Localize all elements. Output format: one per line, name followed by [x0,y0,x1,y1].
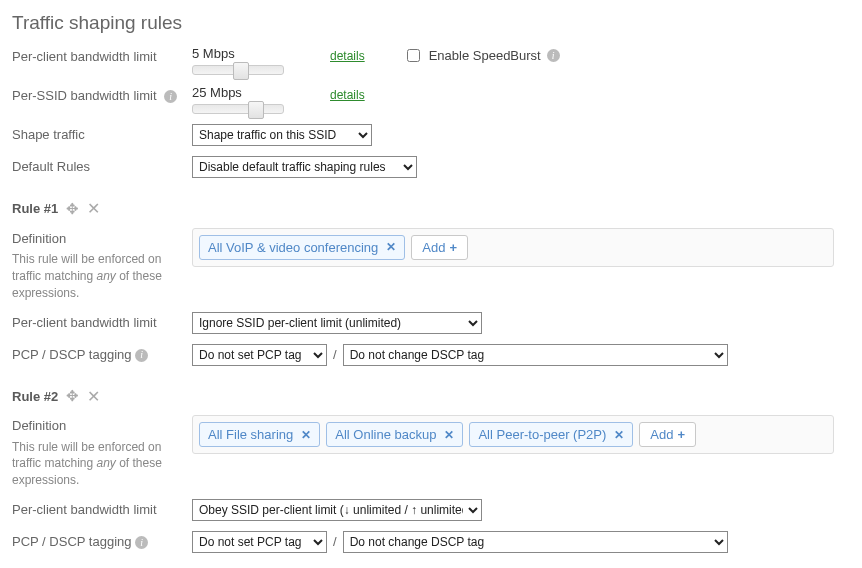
add-definition-button[interactable]: Add+ [639,422,696,447]
page-title: Traffic shaping rules [12,12,862,34]
info-icon[interactable]: i [135,349,148,362]
definition-label: Definition [12,418,66,433]
rule-per-client-limit-label: Per-client bandwidth limit [12,315,157,330]
info-icon[interactable]: i [547,49,560,62]
per-client-bandwidth-label: Per-client bandwidth limit [12,49,157,64]
per-client-details-link[interactable]: details [330,49,365,63]
tag-label: All Peer-to-peer (P2P) [478,427,606,442]
pcp-dscp-label: PCP / DSCP tagging [12,534,131,549]
per-ssid-slider-thumb[interactable] [248,101,264,119]
tag-label: All File sharing [208,427,293,442]
definition-tag: All Peer-to-peer (P2P)✕ [469,422,633,447]
speedburst-label: Enable SpeedBurst [429,48,541,63]
pcp-select[interactable]: Do not set PCP tag [192,344,327,366]
per-client-slider-thumb[interactable] [233,62,249,80]
remove-tag-icon[interactable]: ✕ [301,428,311,442]
dscp-select[interactable]: Do not change DSCP tag [343,531,728,553]
rule-title: Rule #1 [12,200,58,218]
definition-help: This rule will be enforced on traffic ma… [12,251,192,301]
tag-label: All Online backup [335,427,436,442]
remove-tag-icon[interactable]: ✕ [614,428,624,442]
add-label: Add [650,427,673,442]
plus-icon: + [677,427,685,442]
separator: / [333,347,337,362]
default-rules-select[interactable]: Disable default traffic shaping rules [192,156,417,178]
definition-tags: All File sharing✕All Online backup✕All P… [192,415,834,454]
per-client-slider[interactable] [192,65,284,75]
rule-per-client-limit-select[interactable]: Ignore SSID per-client limit (unlimited) [192,312,482,334]
remove-tag-icon[interactable]: ✕ [444,428,454,442]
definition-help: This rule will be enforced on traffic ma… [12,439,192,489]
definition-tag: All File sharing✕ [199,422,320,447]
per-client-value: 5 Mbps [192,46,312,61]
close-icon[interactable]: ✕ [87,198,100,220]
definition-label: Definition [12,231,66,246]
default-rules-label: Default Rules [12,159,90,174]
remove-tag-icon[interactable]: ✕ [386,240,396,254]
close-icon[interactable]: ✕ [87,386,100,408]
dscp-select[interactable]: Do not change DSCP tag [343,344,728,366]
add-definition-button[interactable]: Add+ [411,235,468,260]
rule-per-client-limit-select[interactable]: Obey SSID per-client limit (↓ unlimited … [192,499,482,521]
info-icon[interactable]: i [135,536,148,549]
info-icon[interactable]: i [164,90,177,103]
tag-label: All VoIP & video conferencing [208,240,378,255]
move-icon[interactable]: ✥ [66,386,79,406]
rule-per-client-limit-label: Per-client bandwidth limit [12,502,157,517]
plus-icon: + [449,240,457,255]
definition-tag: All VoIP & video conferencing✕ [199,235,405,260]
speedburst-checkbox[interactable] [407,49,420,62]
per-ssid-value: 25 Mbps [192,85,312,100]
shape-traffic-select[interactable]: Shape traffic on this SSID [192,124,372,146]
separator: / [333,534,337,549]
definition-tags: All VoIP & video conferencing✕Add+ [192,228,834,267]
move-icon[interactable]: ✥ [66,199,79,219]
per-ssid-details-link[interactable]: details [330,88,365,102]
per-ssid-bandwidth-label: Per-SSID bandwidth limit [12,88,157,103]
pcp-select[interactable]: Do not set PCP tag [192,531,327,553]
rule-title: Rule #2 [12,388,58,406]
pcp-dscp-label: PCP / DSCP tagging [12,347,131,362]
add-label: Add [422,240,445,255]
shape-traffic-label: Shape traffic [12,127,85,142]
per-ssid-slider[interactable] [192,104,284,114]
definition-tag: All Online backup✕ [326,422,463,447]
